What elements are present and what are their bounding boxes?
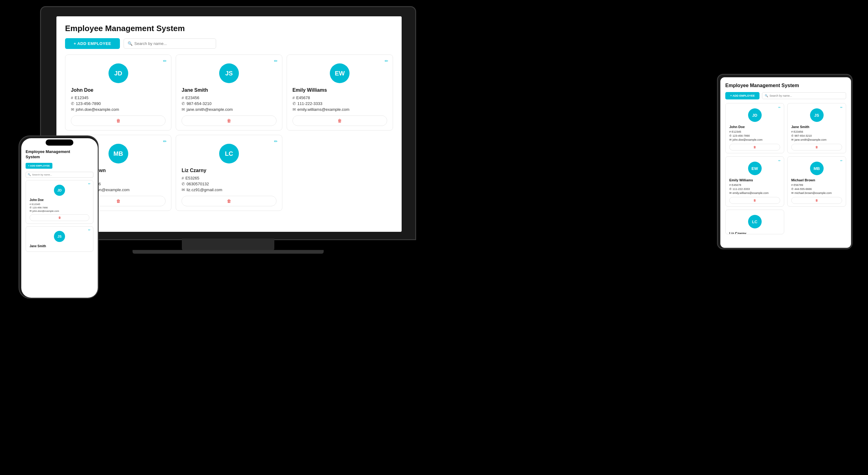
tablet-edit-icon-3[interactable]: ✏ — [778, 159, 781, 162]
employee-card-5: ✏ LC Liz Czarny # E53265 ✆ 0630570132 ✉ … — [176, 135, 282, 211]
phone-emp-phone-1: ✆ 123-456-7890 — [30, 206, 89, 209]
phone-emp-name-1: John Doe — [30, 198, 89, 202]
phone-delete-icon-1: 🗑 — [58, 216, 61, 219]
tablet-search-box: 🔍 — [762, 92, 846, 99]
phone-search-icon: 🔍 — [28, 173, 31, 176]
avatar-1: JD — [108, 63, 128, 83]
tablet-delete-btn-1[interactable]: 🗑 — [729, 144, 780, 150]
emp-id-2: # E23456 — [182, 95, 276, 100]
tablet-avatar-3: EW — [748, 162, 762, 175]
tablet-edit-icon-2[interactable]: ✏ — [840, 106, 843, 109]
tablet-avatar-2: JS — [810, 108, 824, 122]
phone-search-input[interactable] — [32, 173, 91, 176]
delete-button-2[interactable]: 🗑 — [182, 115, 276, 126]
phone-delete-btn-1[interactable]: 🗑 — [30, 214, 89, 221]
tablet-emp-name-1: John Doe — [729, 125, 780, 129]
emp-id-5: # E53265 — [182, 176, 276, 180]
edit-icon-5[interactable]: ✏ — [274, 139, 278, 144]
delete-button-3[interactable]: 🗑 — [292, 115, 387, 126]
laptop-base — [132, 250, 324, 254]
phone-add-button[interactable]: + ADD EMPLOYEE — [26, 163, 53, 169]
tablet-emp-name-3: Emily Williams — [729, 178, 780, 182]
tablet-delete-icon-4: 🗑 — [815, 199, 818, 202]
tablet-emp-phone-3: ✆ 111-222-3333 — [729, 188, 780, 191]
tablet-delete-btn-4[interactable]: 🗑 — [791, 197, 842, 204]
tablet-emp-name-4: Michael Brown — [791, 178, 842, 182]
tablet-emp-card-1: ✏ JD John Doe # E12345 ✆ 123-456-7890 ✉ … — [725, 103, 784, 153]
tablet-emp-name-2: Jane Smith — [791, 125, 842, 129]
tablet-app-title: Employee Management System — [725, 83, 846, 88]
tablet-avatar-5: LC — [748, 215, 762, 229]
phone-screen: Employee ManagementSystem + ADD EMPLOYEE… — [21, 138, 98, 298]
delete-icon-5: 🗑 — [227, 199, 231, 203]
toolbar: + ADD EMPLOYEE 🔍 — [65, 38, 393, 49]
delete-icon-2: 🗑 — [227, 118, 231, 123]
emp-name-5: Liz Czarny — [182, 168, 276, 173]
tablet-emp-card-4: ✏ MB Michael Brown # E56789 ✆ 444-555-66… — [787, 157, 846, 207]
tablet-edit-icon-4[interactable]: ✏ — [840, 159, 843, 162]
delete-icon-4: 🗑 — [116, 199, 121, 203]
edit-icon-4[interactable]: ✏ — [163, 139, 167, 144]
delete-button-1[interactable]: 🗑 — [71, 115, 165, 126]
tablet-delete-btn-3[interactable]: 🗑 — [729, 197, 780, 204]
emp-name-3: Emily Williams — [292, 88, 387, 93]
tablet-body: Employee Management System + ADD EMPLOYE… — [717, 74, 852, 249]
search-input[interactable] — [134, 41, 212, 46]
tablet-delete-icon-3: 🗑 — [753, 199, 756, 202]
phone-app-title: Employee ManagementSystem — [26, 149, 93, 160]
tablet-emp-phone-2: ✆ 987-654-3210 — [791, 134, 842, 137]
edit-icon-3[interactable]: ✏ — [385, 59, 389, 63]
tablet-emp-email-2: ✉ jane.smith@example.com — [791, 138, 842, 141]
tablet-emp-id-4: # E56789 — [791, 183, 842, 186]
employee-card-2: ✏ JS Jane Smith # E23456 ✆ 987-654-3210 … — [176, 55, 282, 131]
delete-icon-3: 🗑 — [338, 118, 342, 123]
tablet-emp-email-4: ✉ michael.brown@example.com — [791, 192, 842, 195]
avatar-3: EW — [330, 63, 349, 83]
edit-icon-2[interactable]: ✏ — [274, 59, 278, 63]
tablet-toolbar: + ADD EMPLOYEE 🔍 — [725, 92, 846, 99]
tablet-app: Employee Management System + ADD EMPLOYE… — [720, 77, 851, 248]
tablet-delete-btn-2[interactable]: 🗑 — [791, 144, 842, 150]
tablet-avatar-1: JD — [748, 108, 762, 122]
employee-card-3: ✏ EW Emily Williams # E45678 ✆ 111-222-3… — [287, 55, 393, 131]
tablet-add-button[interactable]: + ADD EMPLOYEE — [725, 92, 760, 99]
emp-name-2: Jane Smith — [182, 88, 276, 93]
tablet-emp-phone-4: ✆ 444-555-6666 — [791, 188, 842, 191]
emp-email-3: ✉ emily.williams@example.com — [292, 107, 387, 112]
emp-id-3: # E45678 — [292, 95, 387, 100]
add-employee-button[interactable]: + ADD EMPLOYEE — [65, 38, 120, 49]
search-icon: 🔍 — [128, 41, 132, 46]
search-box: 🔍 — [124, 38, 216, 48]
edit-icon-1[interactable]: ✏ — [163, 59, 167, 63]
app-title: Employee Management System — [65, 24, 393, 33]
avatar-4: MB — [108, 144, 128, 164]
phone-toolbar: + ADD EMPLOYEE — [26, 163, 93, 169]
phone-search-box: 🔍 — [26, 172, 93, 178]
phone-body: Employee ManagementSystem + ADD EMPLOYEE… — [19, 135, 99, 299]
tablet-emp-email-3: ✉ emily.williams@example.com — [729, 192, 780, 195]
emp-email-5: ✉ liz.cz91@gmail.com — [182, 188, 276, 192]
tablet-search-input[interactable] — [769, 94, 843, 97]
phone-emp-card-2: ✏ JS Jane Smith — [26, 226, 93, 252]
phone-emp-id-1: # E12345 — [30, 203, 89, 206]
emp-email-2: ✉ jane.smith@example.com — [182, 107, 276, 112]
tablet-avatar-4: MB — [810, 162, 824, 175]
tablet-emp-card-5: LC Liz Czarny — [725, 210, 784, 234]
phone-emp-card-1: ✏ JD John Doe # E12345 ✆ 123-456-7890 ✉ … — [26, 180, 93, 224]
delete-button-5[interactable]: 🗑 — [182, 196, 276, 206]
tablet-emp-email-1: ✉ john.doe@example.com — [729, 138, 780, 141]
phone-avatar-2: JS — [54, 231, 65, 242]
phone-notch — [45, 139, 73, 146]
phone-edit-icon-2[interactable]: ✏ — [88, 229, 91, 232]
tablet-device: Employee Management System + ADD EMPLOYE… — [717, 74, 852, 249]
tablet-screen: Employee Management System + ADD EMPLOYE… — [720, 77, 851, 248]
emp-name-1: John Doe — [71, 88, 165, 93]
laptop-app: Employee Management System + ADD EMPLOYE… — [56, 16, 402, 232]
emp-phone-1: ✆ 123-456-7890 — [71, 101, 165, 106]
tablet-edit-icon-1[interactable]: ✏ — [778, 106, 781, 109]
tablet-delete-icon-2: 🗑 — [815, 146, 818, 149]
employee-grid: ✏ JD John Doe # E12345 ✆ 123-456-7890 ✉ … — [65, 55, 393, 211]
emp-phone-3: ✆ 111-222-3333 — [292, 101, 387, 106]
phone-edit-icon-1[interactable]: ✏ — [88, 182, 91, 185]
laptop-screen: Employee Management System + ADD EMPLOYE… — [56, 16, 402, 232]
